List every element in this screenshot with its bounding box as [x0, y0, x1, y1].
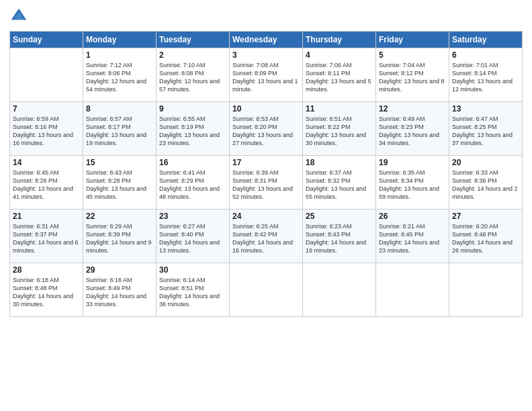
- day-number: 22: [86, 212, 153, 221]
- day-number: 5: [379, 50, 446, 60]
- day-info: Sunrise: 6:20 AMSunset: 8:46 PMDaylight:…: [452, 222, 519, 255]
- day-cell: 23Sunrise: 6:27 AMSunset: 8:40 PMDayligh…: [157, 210, 230, 263]
- col-header-tuesday: Tuesday: [157, 32, 230, 48]
- day-cell: 11Sunrise: 6:51 AMSunset: 8:22 PMDayligh…: [303, 102, 376, 156]
- day-cell: [10, 48, 83, 102]
- day-info: Sunrise: 6:53 AMSunset: 8:20 PMDaylight:…: [232, 115, 300, 148]
- day-info: Sunrise: 6:45 AMSunset: 8:26 PMDaylight:…: [13, 169, 80, 201]
- day-number: 14: [13, 158, 80, 167]
- day-cell: 8Sunrise: 6:57 AMSunset: 8:17 PMDaylight…: [83, 102, 157, 156]
- day-number: 2: [159, 50, 226, 60]
- day-cell: 9Sunrise: 6:55 AMSunset: 8:19 PMDaylight…: [157, 102, 230, 156]
- day-info: Sunrise: 6:21 AMSunset: 8:45 PMDaylight:…: [379, 222, 446, 255]
- day-number: 28: [13, 265, 80, 275]
- day-number: 9: [159, 104, 226, 113]
- day-number: 10: [232, 104, 300, 113]
- day-cell: 13Sunrise: 6:47 AMSunset: 8:25 PMDayligh…: [449, 102, 523, 156]
- day-number: 17: [232, 158, 300, 167]
- day-cell: 12Sunrise: 6:49 AMSunset: 8:23 PMDayligh…: [376, 102, 449, 156]
- day-cell: 15Sunrise: 6:43 AMSunset: 8:28 PMDayligh…: [83, 156, 157, 210]
- day-cell: 3Sunrise: 7:08 AMSunset: 8:09 PMDaylight…: [230, 48, 303, 102]
- day-number: 11: [306, 104, 373, 113]
- day-info: Sunrise: 6:29 AMSunset: 8:39 PMDaylight:…: [86, 222, 153, 255]
- day-number: 20: [452, 158, 519, 167]
- col-header-wednesday: Wednesday: [230, 32, 303, 48]
- day-cell: 4Sunrise: 7:06 AMSunset: 8:11 PMDaylight…: [303, 48, 376, 102]
- day-number: 29: [86, 265, 153, 275]
- day-cell: 5Sunrise: 7:04 AMSunset: 8:12 PMDaylight…: [376, 48, 449, 102]
- day-number: 19: [379, 158, 446, 167]
- day-cell: [303, 263, 376, 317]
- week-row-3: 14Sunrise: 6:45 AMSunset: 8:26 PMDayligh…: [10, 156, 523, 210]
- day-cell: 30Sunrise: 6:14 AMSunset: 8:51 PMDayligh…: [157, 263, 230, 317]
- day-info: Sunrise: 6:25 AMSunset: 8:42 PMDaylight:…: [232, 222, 300, 255]
- day-info: Sunrise: 6:18 AMSunset: 8:48 PMDaylight:…: [13, 276, 80, 309]
- header: [9, 7, 523, 26]
- day-cell: 20Sunrise: 6:33 AMSunset: 8:36 PMDayligh…: [449, 156, 523, 210]
- day-cell: 24Sunrise: 6:25 AMSunset: 8:42 PMDayligh…: [230, 210, 303, 263]
- day-info: Sunrise: 7:10 AMSunset: 8:08 PMDaylight:…: [159, 61, 226, 94]
- day-info: Sunrise: 6:57 AMSunset: 8:17 PMDaylight:…: [86, 115, 153, 148]
- day-info: Sunrise: 6:51 AMSunset: 8:22 PMDaylight:…: [306, 115, 373, 148]
- day-number: 8: [86, 104, 153, 113]
- day-number: 13: [452, 104, 519, 113]
- calendar: SundayMondayTuesdayWednesdayThursdayFrid…: [9, 31, 523, 317]
- day-cell: 2Sunrise: 7:10 AMSunset: 8:08 PMDaylight…: [157, 48, 230, 102]
- day-cell: [449, 263, 523, 317]
- day-info: Sunrise: 6:55 AMSunset: 8:19 PMDaylight:…: [159, 115, 226, 148]
- day-info: Sunrise: 7:12 AMSunset: 8:06 PMDaylight:…: [86, 61, 153, 94]
- day-cell: 10Sunrise: 6:53 AMSunset: 8:20 PMDayligh…: [230, 102, 303, 156]
- day-info: Sunrise: 6:37 AMSunset: 8:32 PMDaylight:…: [306, 169, 373, 201]
- day-cell: 14Sunrise: 6:45 AMSunset: 8:26 PMDayligh…: [10, 156, 83, 210]
- logo: [9, 7, 31, 26]
- col-header-saturday: Saturday: [449, 32, 523, 48]
- day-number: 26: [379, 212, 446, 221]
- day-info: Sunrise: 7:01 AMSunset: 8:14 PMDaylight:…: [452, 61, 519, 94]
- day-info: Sunrise: 6:31 AMSunset: 8:37 PMDaylight:…: [13, 222, 80, 255]
- day-cell: 16Sunrise: 6:41 AMSunset: 8:29 PMDayligh…: [157, 156, 230, 210]
- week-row-4: 21Sunrise: 6:31 AMSunset: 8:37 PMDayligh…: [10, 210, 523, 263]
- day-cell: 17Sunrise: 6:39 AMSunset: 8:31 PMDayligh…: [230, 156, 303, 210]
- day-cell: 21Sunrise: 6:31 AMSunset: 8:37 PMDayligh…: [10, 210, 83, 263]
- day-info: Sunrise: 7:08 AMSunset: 8:09 PMDaylight:…: [232, 61, 300, 94]
- day-cell: 22Sunrise: 6:29 AMSunset: 8:39 PMDayligh…: [83, 210, 157, 263]
- day-cell: 27Sunrise: 6:20 AMSunset: 8:46 PMDayligh…: [449, 210, 523, 263]
- day-info: Sunrise: 6:35 AMSunset: 8:34 PMDaylight:…: [379, 169, 446, 201]
- day-info: Sunrise: 6:39 AMSunset: 8:31 PMDaylight:…: [232, 169, 300, 201]
- day-cell: 1Sunrise: 7:12 AMSunset: 8:06 PMDaylight…: [83, 48, 157, 102]
- day-cell: 26Sunrise: 6:21 AMSunset: 8:45 PMDayligh…: [376, 210, 449, 263]
- day-cell: 29Sunrise: 6:16 AMSunset: 8:49 PMDayligh…: [83, 263, 157, 317]
- day-cell: [376, 263, 449, 317]
- header-row: SundayMondayTuesdayWednesdayThursdayFrid…: [10, 32, 523, 48]
- day-number: 27: [452, 212, 519, 221]
- day-number: 25: [306, 212, 373, 221]
- day-info: Sunrise: 6:43 AMSunset: 8:28 PMDaylight:…: [86, 169, 153, 201]
- col-header-monday: Monday: [83, 32, 157, 48]
- logo-icon: [9, 7, 28, 26]
- col-header-friday: Friday: [376, 32, 449, 48]
- day-number: 21: [13, 212, 80, 221]
- day-info: Sunrise: 6:23 AMSunset: 8:43 PMDaylight:…: [306, 222, 373, 255]
- day-info: Sunrise: 6:41 AMSunset: 8:29 PMDaylight:…: [159, 169, 226, 201]
- day-number: 24: [232, 212, 300, 221]
- day-info: Sunrise: 6:33 AMSunset: 8:36 PMDaylight:…: [452, 169, 519, 201]
- day-number: 4: [306, 50, 373, 60]
- week-row-5: 28Sunrise: 6:18 AMSunset: 8:48 PMDayligh…: [10, 263, 523, 317]
- day-cell: 25Sunrise: 6:23 AMSunset: 8:43 PMDayligh…: [303, 210, 376, 263]
- day-number: 1: [86, 50, 153, 60]
- day-number: 12: [379, 104, 446, 113]
- day-info: Sunrise: 6:27 AMSunset: 8:40 PMDaylight:…: [159, 222, 226, 255]
- week-row-2: 7Sunrise: 6:59 AMSunset: 8:16 PMDaylight…: [10, 102, 523, 156]
- day-cell: 28Sunrise: 6:18 AMSunset: 8:48 PMDayligh…: [10, 263, 83, 317]
- day-cell: 6Sunrise: 7:01 AMSunset: 8:14 PMDaylight…: [449, 48, 523, 102]
- day-number: 23: [159, 212, 226, 221]
- day-info: Sunrise: 7:06 AMSunset: 8:11 PMDaylight:…: [306, 61, 373, 94]
- day-info: Sunrise: 6:49 AMSunset: 8:23 PMDaylight:…: [379, 115, 446, 148]
- day-info: Sunrise: 6:14 AMSunset: 8:51 PMDaylight:…: [159, 276, 226, 309]
- day-cell: 18Sunrise: 6:37 AMSunset: 8:32 PMDayligh…: [303, 156, 376, 210]
- day-number: 3: [232, 50, 300, 60]
- day-number: 16: [159, 158, 226, 167]
- day-number: 6: [452, 50, 519, 60]
- day-number: 15: [86, 158, 153, 167]
- day-info: Sunrise: 6:16 AMSunset: 8:49 PMDaylight:…: [86, 276, 153, 309]
